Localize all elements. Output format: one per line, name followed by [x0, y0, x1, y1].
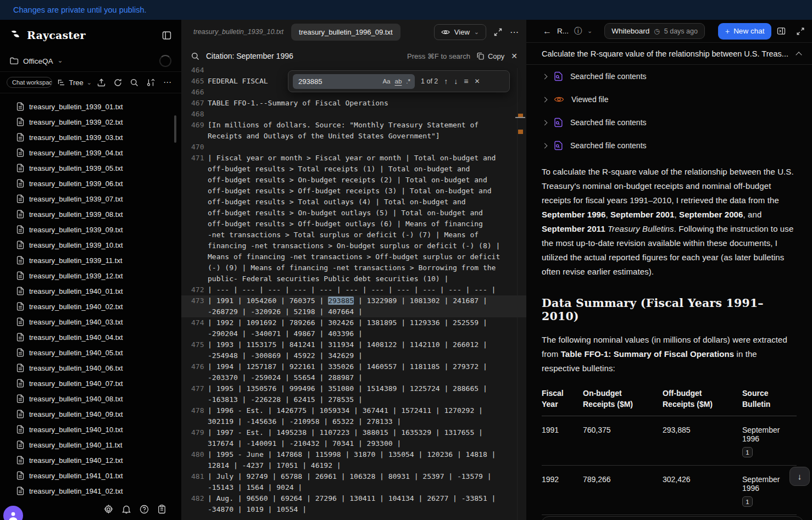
file-tree-item[interactable]: treasury_bulletin_1940_05.txt: [0, 345, 181, 360]
code-line: 480| 1995 - June | 147868 | 115998 | 318…: [181, 449, 526, 471]
line-number: 465: [181, 76, 208, 87]
line-number: 472: [181, 284, 208, 295]
file-tree-item[interactable]: treasury_bulletin_1940_10.txt: [0, 422, 181, 437]
editor-tab-bar: treasury_bulletin_1939_10.txt treasury_b…: [181, 20, 526, 44]
chevron-right-icon: [542, 143, 548, 148]
table-cell: 1992: [542, 466, 583, 507]
file-tree-item[interactable]: treasury_bulletin_1939_08.txt: [0, 206, 181, 222]
match-case-toggle[interactable]: Aa: [382, 78, 390, 85]
more-options-icon[interactable]: ⋯: [510, 27, 519, 37]
upload-icon[interactable]: [97, 79, 105, 87]
find-query: 293885: [298, 77, 378, 86]
chat-workspace-pill[interactable]: Chat workspace: [7, 77, 52, 88]
file-tree-item[interactable]: treasury_bulletin_1939_04.txt: [0, 145, 181, 160]
file-icon: [16, 194, 24, 203]
chat-input-box[interactable]: Ask anything... (@ to mention files) + ⌘…: [541, 516, 804, 520]
file-tree-item[interactable]: treasury_bulletin_1939_10.txt: [0, 237, 181, 253]
copy-button[interactable]: Copy: [477, 52, 504, 60]
file-tree-item[interactable]: treasury_bulletin_1939_07.txt: [0, 191, 181, 206]
file-tree-item[interactable]: treasury_bulletin_1940_06.txt: [0, 360, 181, 376]
citation-badge[interactable]: 1: [742, 496, 753, 507]
chat-breadcrumb[interactable]: R...: [557, 27, 569, 35]
tab-active[interactable]: treasury_bulletin_1996_09.txt: [291, 24, 401, 41]
file-tree-item[interactable]: treasury_bulletin_1940_09.txt: [0, 406, 181, 422]
file-icon: [16, 333, 24, 342]
file-tree-item[interactable]: treasury_bulletin_1941_01.txt: [0, 468, 181, 483]
expand-icon[interactable]: [494, 28, 502, 36]
help-icon[interactable]: [140, 505, 149, 514]
side-panel-icon[interactable]: [777, 27, 786, 35]
tool-call-row[interactable]: Searched file contents: [543, 111, 812, 134]
find-in-selection-icon[interactable]: ≡: [464, 77, 468, 86]
file-name: treasury_bulletin_1940_01.txt: [29, 287, 123, 295]
more-options-icon[interactable]: ⋯: [163, 77, 171, 87]
tab-inactive[interactable]: treasury_bulletin_1939_10.txt: [193, 28, 283, 36]
back-icon[interactable]: ←: [543, 26, 552, 36]
file-icon: [16, 133, 24, 142]
tool-call-row[interactable]: Viewed file: [543, 88, 812, 111]
code-line: 478| 1996 - Est. | 1426775 | 1059334 | 3…: [181, 405, 526, 427]
file-tree-item[interactable]: treasury_bulletin_1940_11.txt: [0, 437, 181, 452]
collapse-chevron-icon[interactable]: [796, 52, 802, 58]
file-tree-item[interactable]: treasury_bulletin_1940_08.txt: [0, 391, 181, 406]
clipboard-icon[interactable]: [158, 505, 166, 514]
file-tree-item[interactable]: treasury_bulletin_1940_02.txt: [0, 299, 181, 314]
info-icon[interactable]: ⓘ: [574, 26, 582, 36]
tool-call-row[interactable]: Searched file contents: [543, 134, 812, 157]
new-chat-button[interactable]: + New chat: [718, 23, 771, 40]
file-list-scrollbar[interactable]: [174, 115, 176, 143]
refresh-icon[interactable]: [114, 79, 122, 87]
regex-toggle[interactable]: .*: [406, 78, 410, 85]
expand-chat-icon[interactable]: [797, 27, 804, 35]
file-tree-item[interactable]: treasury_bulletin_1939_02.txt: [0, 114, 181, 130]
code-line: 470: [181, 142, 526, 153]
workspace-selector[interactable]: OfficeQA ⌄: [0, 51, 181, 71]
close-search-icon[interactable]: ✕: [511, 52, 518, 60]
chat-header: ← R... ⓘ ⌄ Whiteboard ◷ 5 days ago + New…: [526, 20, 812, 43]
tool-call-row[interactable]: Searched file contents: [543, 65, 812, 88]
file-tree-item[interactable]: treasury_bulletin_1939_09.txt: [0, 222, 181, 237]
search-icon[interactable]: [130, 79, 138, 87]
settings-gear-icon[interactable]: [104, 505, 113, 514]
file-list: treasury_bulletin_1939_01.txttreasury_bu…: [0, 93, 181, 498]
file-tree-item[interactable]: treasury_bulletin_1939_06.txt: [0, 176, 181, 191]
file-tree-item[interactable]: treasury_bulletin_1940_01.txt: [0, 283, 181, 299]
chevron-down-icon[interactable]: ⌄: [587, 27, 592, 35]
user-avatar[interactable]: [3, 506, 23, 520]
file-content[interactable]: 464 465FEDERAL FISCAL 466 467TABLE FFO-1…: [181, 65, 526, 520]
file-tree-item[interactable]: treasury_bulletin_1940_07.txt: [0, 376, 181, 391]
collapse-sidebar-icon[interactable]: [162, 31, 171, 40]
citation-badge[interactable]: 1: [742, 447, 753, 457]
compare-changes-icon[interactable]: [147, 79, 155, 87]
code-line: 468: [181, 109, 526, 120]
whole-word-toggle[interactable]: ab: [395, 78, 402, 85]
find-input[interactable]: 293885 Aa ab .*: [293, 74, 415, 89]
close-find-icon[interactable]: ✕: [474, 77, 480, 85]
file-tree-item[interactable]: treasury_bulletin_1939_11.txt: [0, 253, 181, 268]
file-tree-item[interactable]: treasury_bulletin_1939_03.txt: [0, 130, 181, 145]
file-tree-item[interactable]: treasury_bulletin_1941_02.txt: [0, 483, 181, 498]
line-text: [208, 109, 504, 120]
scroll-to-bottom-button[interactable]: ↓: [789, 467, 810, 486]
file-search-icon: [554, 141, 563, 150]
file-tree-item[interactable]: treasury_bulletin_1939_05.txt: [0, 160, 181, 176]
file-tree-item[interactable]: treasury_bulletin_1939_12.txt: [0, 268, 181, 283]
file-tree-item[interactable]: treasury_bulletin_1939_01.txt: [0, 99, 181, 114]
notifications-bell-icon[interactable]: [122, 505, 131, 514]
file-tree-item[interactable]: treasury_bulletin_1940_03.txt: [0, 314, 181, 329]
line-number: 475: [181, 339, 208, 361]
file-name: treasury_bulletin_1940_03.txt: [29, 318, 123, 326]
file-tree-item[interactable]: treasury_bulletin_1940_04.txt: [0, 329, 181, 345]
view-button[interactable]: View ⌄: [434, 24, 486, 40]
line-text: | July | 92749 | 65788 | 26961 | 106328 …: [208, 471, 504, 493]
previous-match-icon[interactable]: ↑: [444, 77, 448, 86]
file-tree-item[interactable]: treasury_bulletin_1940_12.txt: [0, 452, 181, 468]
table-header-cell: On-budget Receipts ($M): [583, 388, 663, 410]
file-icon: [16, 225, 24, 234]
next-match-icon[interactable]: ↓: [454, 77, 458, 86]
session-pill[interactable]: Whiteboard ◷ 5 days ago: [604, 23, 705, 39]
question-row[interactable]: Calculate the R-square value of the rela…: [526, 43, 812, 65]
tree-view-selector[interactable]: Tree ⌄: [58, 79, 92, 87]
file-search-icon: [554, 118, 563, 127]
new-chat-label: New chat: [733, 27, 764, 35]
